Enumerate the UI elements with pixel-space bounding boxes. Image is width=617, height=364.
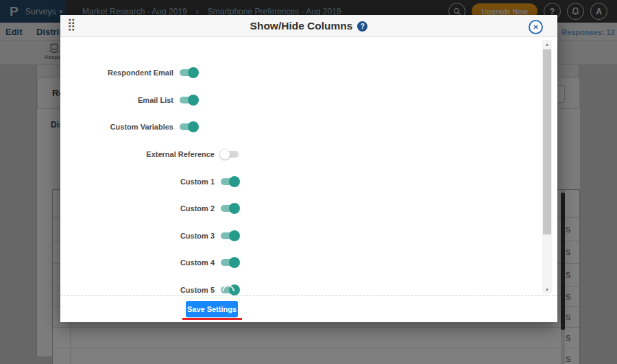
toggle-switch[interactable] (180, 123, 197, 130)
toggle-row: Custom 5 (60, 283, 239, 297)
toggle-label: Custom 1 (180, 178, 215, 186)
toggle-switch[interactable] (180, 69, 197, 76)
scroll-down-icon[interactable]: ▼ (542, 285, 552, 293)
toggle-switch[interactable] (180, 97, 197, 104)
toggle-label: Custom 4 (180, 258, 215, 267)
toggle-knob (188, 95, 199, 106)
dialog-scrollbar[interactable]: ▲ ▼ (542, 40, 552, 293)
toggle-row: Respondent Email (60, 66, 197, 80)
close-icon: ✕ (533, 23, 538, 31)
toggle-knob (219, 149, 230, 160)
toggle-row: Custom 1 (60, 175, 239, 189)
dialog-title: Show/Hide Columns (250, 20, 353, 32)
dialog-footer: Save Settings (60, 295, 557, 322)
dialog-scroll-area: Respondent EmailEmail ListCustom Variabl… (60, 37, 557, 295)
dialog-scrollbar-thumb[interactable] (543, 49, 551, 234)
toggle-knob (229, 176, 240, 187)
toggle-row: Custom 3 (60, 229, 239, 243)
toggle-switch[interactable] (221, 151, 239, 158)
toggle-row: Email List (60, 93, 197, 107)
toggle-knob (229, 257, 240, 268)
dialog-title-wrap: Show/Hide Columns ? (60, 15, 557, 37)
dialog-help-icon[interactable]: ? (357, 21, 367, 32)
toggle-label: Custom 2 (180, 204, 215, 213)
toggle-row: Custom 4 (60, 256, 239, 269)
toggle-switch[interactable] (221, 178, 239, 185)
toggle-row: Custom 2 (60, 202, 239, 215)
dialog-header: ⣿ Show/Hide Columns ? (60, 15, 557, 37)
toggle-label: External Reference (146, 150, 215, 158)
toggle-label: Custom 5 (180, 286, 215, 294)
scroll-up-icon[interactable]: ▲ (542, 40, 552, 48)
toggle-row: Custom Variables (60, 120, 197, 134)
toggle-label: Email List (138, 96, 173, 104)
close-button[interactable]: ✕ (529, 20, 543, 34)
toggle-knob (229, 203, 240, 214)
toggle-label: Respondent Email (108, 69, 173, 77)
show-hide-columns-dialog: ⣿ Show/Hide Columns ? ✕ Respondent Email… (60, 15, 557, 322)
toggle-row: External Reference (60, 147, 239, 161)
toggle-switch[interactable] (221, 205, 239, 212)
toggle-knob (188, 121, 199, 132)
toggle-switch[interactable] (221, 259, 239, 266)
toggle-label: Custom Variables (110, 123, 173, 131)
toggle-knob (188, 67, 199, 78)
toggle-switch[interactable] (221, 232, 239, 239)
toggle-knob (229, 230, 240, 241)
toggle-label: Custom 3 (180, 232, 215, 240)
app-window: P Surveys ▾ Market Research - Aug 2019 ›… (0, 0, 617, 364)
annotation-underline (182, 318, 242, 320)
save-settings-button[interactable]: Save Settings (186, 301, 238, 317)
